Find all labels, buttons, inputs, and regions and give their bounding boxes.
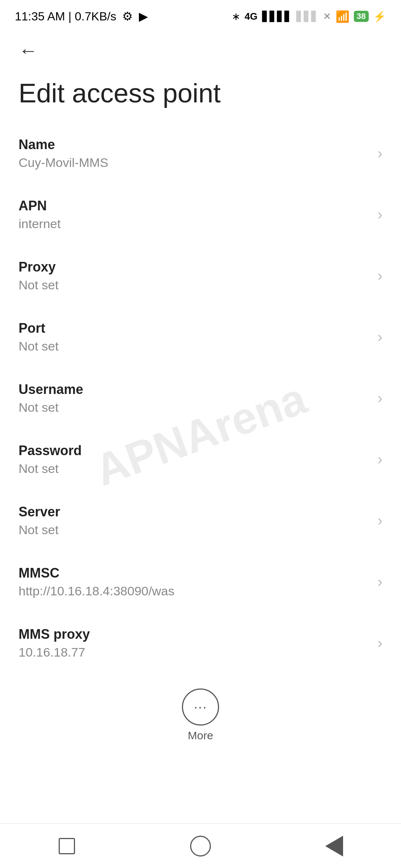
bottom-nav <box>0 823 401 868</box>
chevron-right-icon: › <box>378 451 382 468</box>
more-dots-icon: ··· <box>194 700 207 714</box>
settings-item-port[interactable]: Port Not set › <box>0 306 401 368</box>
settings-item-label: Name <box>19 137 370 152</box>
charging-icon: ⚡ <box>373 10 386 23</box>
top-nav: ← <box>0 30 401 64</box>
chevron-right-icon: › <box>378 329 382 345</box>
settings-item-label: Server <box>19 504 370 520</box>
settings-item-value: Not set <box>19 461 370 476</box>
settings-item-label: APN <box>19 198 370 214</box>
recents-button[interactable] <box>52 831 82 861</box>
settings-item-content: MMS proxy 10.16.18.77 <box>19 627 370 660</box>
wifi-icon: 📶 <box>336 10 349 23</box>
settings-item-content: MMSC http://10.16.18.4:38090/was <box>19 565 370 598</box>
page-title-section: Edit access point <box>0 64 401 119</box>
settings-item-value: 10.16.18.77 <box>19 645 370 660</box>
settings-item-label: Username <box>19 382 370 397</box>
settings-item-label: Port <box>19 320 370 336</box>
settings-item-username[interactable]: Username Not set › <box>0 368 401 429</box>
status-time: 11:35 AM | 0.7KB/s ⚙ ▶ <box>15 9 148 23</box>
time-speed-text: 11:35 AM | 0.7KB/s <box>15 10 116 23</box>
settings-item-mms-proxy[interactable]: MMS proxy 10.16.18.77 › <box>0 612 401 674</box>
back-button[interactable]: ← <box>19 41 38 60</box>
chevron-right-icon: › <box>378 267 382 284</box>
battery-level: 38 <box>354 11 369 22</box>
settings-item-proxy[interactable]: Proxy Not set › <box>0 245 401 306</box>
page-title: Edit access point <box>19 79 382 108</box>
signal-bars-icon: ▋▋▋▋ <box>262 11 292 22</box>
settings-list: Name Cuy-Movil-MMS › APN internet › Prox… <box>0 119 401 677</box>
chevron-right-icon: › <box>378 573 382 590</box>
chevron-right-icon: › <box>378 390 382 407</box>
chevron-right-icon: › <box>378 512 382 529</box>
settings-item-value: Not set <box>19 523 370 537</box>
home-icon <box>190 836 211 857</box>
settings-item-content: Name Cuy-Movil-MMS <box>19 137 370 170</box>
video-icon: ▶ <box>139 9 148 23</box>
home-button[interactable] <box>186 831 215 861</box>
signal-4g-icon: 4G <box>245 11 258 22</box>
settings-item-content: Server Not set <box>19 504 370 537</box>
settings-item-content: APN internet <box>19 198 370 231</box>
settings-item-content: Proxy Not set <box>19 259 370 292</box>
more-button[interactable]: ··· <box>182 688 219 726</box>
settings-icon: ⚙ <box>122 9 133 23</box>
bluetooth-icon: ∗ <box>232 10 240 23</box>
settings-item-label: MMS proxy <box>19 627 370 642</box>
more-label: More <box>188 729 213 742</box>
chevron-right-icon: › <box>378 635 382 651</box>
settings-item-label: MMSC <box>19 565 370 581</box>
back-arrow-icon: ← <box>19 41 38 60</box>
settings-item-label: Password <box>19 443 370 458</box>
settings-item-label: Proxy <box>19 259 370 275</box>
settings-item-content: Port Not set <box>19 320 370 354</box>
status-icons: ∗ 4G ▋▋▋▋ ▋▋▋ ✕ 📶 38 ⚡ <box>232 10 386 23</box>
back-nav-icon <box>325 836 343 857</box>
settings-item-server[interactable]: Server Not set › <box>0 490 401 551</box>
settings-item-apn[interactable]: APN internet › <box>0 184 401 245</box>
settings-item-password[interactable]: Password Not set › <box>0 429 401 490</box>
settings-item-value: Not set <box>19 278 370 292</box>
settings-item-content: Password Not set <box>19 443 370 476</box>
settings-item-value: Not set <box>19 400 370 415</box>
chevron-right-icon: › <box>378 206 382 223</box>
settings-item-mmsc[interactable]: MMSC http://10.16.18.4:38090/was › <box>0 551 401 612</box>
settings-item-value: Not set <box>19 339 370 354</box>
chevron-right-icon: › <box>378 145 382 162</box>
settings-item-content: Username Not set <box>19 382 370 415</box>
recents-icon <box>59 838 75 854</box>
status-bar: 11:35 AM | 0.7KB/s ⚙ ▶ ∗ 4G ▋▋▋▋ ▋▋▋ ✕ 📶… <box>0 0 401 30</box>
signal-bars2-icon: ▋▋▋ <box>296 11 319 22</box>
settings-item-name[interactable]: Name Cuy-Movil-MMS › <box>0 123 401 184</box>
more-section: ··· More <box>0 677 401 749</box>
cross-icon: ✕ <box>323 11 331 22</box>
settings-item-value: http://10.16.18.4:38090/was <box>19 584 370 598</box>
settings-item-value: internet <box>19 217 370 231</box>
settings-item-value: Cuy-Movil-MMS <box>19 155 370 170</box>
back-nav-button[interactable] <box>319 831 349 861</box>
